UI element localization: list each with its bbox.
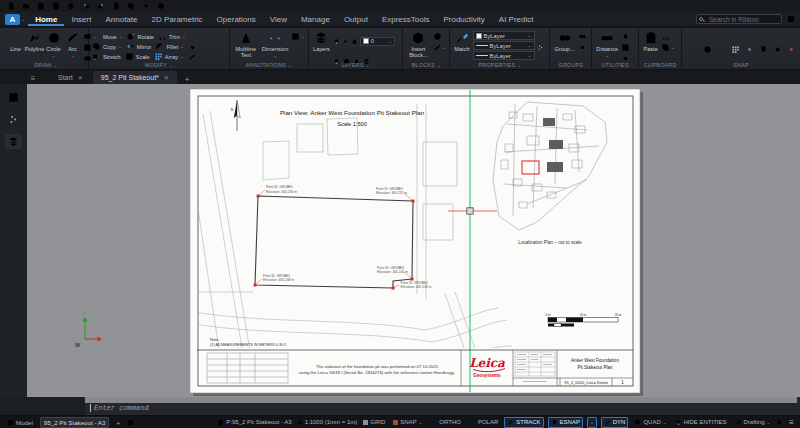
toggle-hide-entities[interactable]: HIDE ENTITIES (673, 417, 729, 428)
panel-label-layers[interactable]: LAYERS⌄ (309, 62, 402, 68)
quad-caret-icon[interactable]: ⌄ (663, 420, 667, 425)
linetype-dropdown[interactable]: ByLayer⌄ (473, 51, 535, 60)
scale-button[interactable]: Scale (125, 52, 150, 61)
snap-marker-icon[interactable] (787, 40, 796, 58)
fillet-button[interactable]: Fillet⌄ (155, 42, 184, 51)
block-edit-button[interactable] (433, 32, 447, 41)
tab-operations[interactable]: Operations (210, 12, 263, 26)
array-button[interactable]: Array⌄ (154, 52, 184, 61)
tab-2d-parametric[interactable]: 2D Parametric (144, 12, 209, 26)
toggle-quad[interactable]: QUAD⌄ (632, 417, 668, 428)
close-active-tab-icon[interactable]: ✕ (164, 74, 169, 81)
lineweight-dropdown[interactable]: ByLayer⌄ (473, 41, 535, 50)
snap-node-icon[interactable] (731, 40, 740, 58)
filters-icon[interactable] (5, 112, 22, 127)
doc-tabs-menu-icon[interactable]: ≡ (26, 74, 40, 83)
snap-endpoint-icon[interactable] (689, 40, 698, 58)
doc-tab-active[interactable]: 95_2 Pit Stakeout*✕ (93, 71, 177, 84)
command-input[interactable]: Enter command (90, 404, 149, 412)
doc-tab-start[interactable]: Start✕ (50, 71, 91, 84)
tab-productivity[interactable]: Productivity (436, 12, 491, 26)
snap-caret-icon[interactable]: ⌄ (419, 420, 423, 425)
stretch-button[interactable]: Stretch (92, 52, 121, 61)
app-button[interactable]: A (5, 14, 20, 25)
panels-icon[interactable] (5, 90, 22, 105)
group-edit-button[interactable] (578, 43, 587, 52)
tab-home[interactable]: Home (28, 12, 64, 26)
cut-button[interactable] (661, 32, 675, 41)
circle-button[interactable]: Circle⌄ (45, 30, 62, 59)
block-tool-icon[interactable] (156, 1, 166, 11)
model-tab[interactable]: Model (4, 417, 36, 428)
polyline-button[interactable]: Polyline (26, 30, 43, 53)
drawing-canvas[interactable]: N Plan View: Anker West Foundation Pit S… (27, 84, 800, 397)
layers-button[interactable]: Layers (312, 30, 331, 53)
multiline-text-button[interactable]: Multiline Text (233, 30, 259, 60)
attributes-button[interactable]: ⌄ (433, 43, 447, 52)
layout-tab[interactable]: 95_2 Pit Stakeout - A3 (40, 417, 110, 428)
toggle-grid[interactable]: GRID (361, 417, 387, 428)
layers-panel-icon[interactable] (5, 134, 22, 149)
id-point-button[interactable] (621, 32, 630, 41)
paper-space-indicator[interactable]: P:95_2 Pit Stakeout - A3 (217, 419, 291, 426)
line-button[interactable]: Line (7, 30, 24, 53)
drafting-caret-icon[interactable]: ⌄ (767, 420, 771, 425)
toggle-snap[interactable]: SNAP⌄ (391, 417, 424, 428)
snap-magnet-icon[interactable] (759, 40, 768, 58)
transparency-button[interactable] (537, 30, 544, 56)
annotation-scale[interactable]: 1:1000 (1mm = 1m) (296, 419, 358, 426)
tab-expresstools[interactable]: ExpressTools (375, 12, 437, 26)
close-start-tab-icon[interactable]: ✕ (78, 74, 83, 81)
open-icon[interactable] (21, 1, 31, 11)
panel-label-blocks[interactable]: BLOCKS⌄ (403, 62, 449, 68)
tab-output[interactable]: Output (337, 12, 375, 26)
insert-block-button[interactable]: Insert Block... (406, 30, 430, 60)
tab-view[interactable]: View (263, 12, 294, 26)
copy-button[interactable]: Copy⌄ (92, 42, 122, 51)
app-button-caret-icon[interactable]: ⌄ (21, 16, 25, 26)
copy-clip-button[interactable]: ⌄ (661, 43, 675, 52)
tab-insert[interactable]: Insert (64, 12, 98, 26)
redo-icon[interactable] (96, 1, 106, 11)
paste-button[interactable]: Paste (642, 30, 659, 53)
tab-manage[interactable]: Manage (294, 12, 337, 26)
save-as-icon[interactable] (51, 1, 61, 11)
move-button[interactable]: Move⌄ (92, 32, 122, 41)
drawing-viewport[interactable]: N Plan View: Anker West Foundation Pit S… (27, 84, 800, 397)
panel-label-modify[interactable]: MODIFY⌄ (89, 62, 229, 68)
toggle-polar[interactable]: POLAR (467, 417, 500, 428)
tab-annotate[interactable]: Annotate (98, 12, 144, 26)
status-bar-menu-icon[interactable]: ≡ (787, 418, 796, 427)
snap-intersection-icon[interactable] (717, 40, 726, 58)
quick-select-button[interactable] (621, 43, 630, 52)
panel-label-annotations[interactable]: ANNOTATIONS⌄ (230, 62, 308, 68)
esnap-caret-button[interactable]: ⌄ (587, 417, 597, 428)
new-document-tab-button[interactable]: + (179, 75, 196, 84)
settings-icon[interactable] (141, 1, 151, 11)
layer-freeze-icon[interactable] (342, 32, 349, 50)
ribbon-collapse-icon[interactable] (787, 15, 795, 23)
notifications-bell-icon[interactable] (776, 413, 783, 428)
layout-list-icon[interactable] (127, 413, 134, 428)
layer-dropdown[interactable]: 0⌄ (360, 37, 395, 46)
canvas-edge-strip[interactable] (85, 397, 797, 403)
match-properties-button[interactable]: Match (453, 30, 470, 53)
table-button[interactable]: ⌄ (291, 32, 305, 41)
undo-icon[interactable] (81, 1, 91, 11)
add-layout-button[interactable]: + (113, 417, 123, 428)
toggle-strack[interactable]: STRACK (504, 417, 543, 428)
panel-label-properties[interactable]: PROPERTIES⌄ (450, 62, 549, 68)
color-dropdown[interactable]: ByLayer⌄ (473, 31, 535, 40)
snap-point-icon[interactable] (745, 40, 754, 58)
snap-quadrant-icon[interactable] (773, 40, 782, 58)
distance-button[interactable]: Distance⌄ (595, 30, 619, 59)
dimension-button[interactable]: Dimension⌄ (261, 30, 289, 59)
panel-label-draw[interactable]: DRAW⌄ (4, 62, 88, 68)
layer-on-icon[interactable] (333, 32, 340, 50)
plot-icon[interactable] (66, 1, 76, 11)
layer-lock-icon[interactable] (351, 32, 358, 50)
copy-icon[interactable] (126, 1, 136, 11)
drafting-mode-selector[interactable]: Drafting⌄ (733, 417, 773, 428)
ribbon-search-input[interactable] (696, 14, 782, 24)
properties-panel-icon[interactable] (111, 1, 121, 11)
